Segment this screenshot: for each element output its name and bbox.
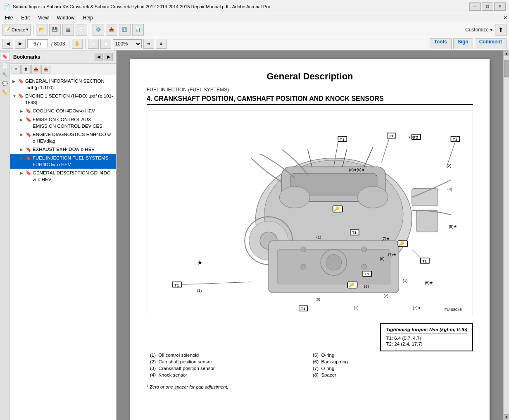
menu-file[interactable]: File: [2, 14, 16, 21]
app-icon: 📄: [3, 3, 10, 10]
sidebar-import-button[interactable]: 📥: [31, 65, 40, 74]
svg-text:(6): (6): [380, 256, 385, 261]
pages-panel-icon[interactable]: 📄: [1, 61, 9, 69]
svg-text:(6): (6): [316, 297, 321, 301]
minimize-button[interactable]: —: [469, 2, 481, 11]
menu-edit[interactable]: Edit: [18, 14, 33, 21]
part-name-1: Oil control solenoid: [158, 353, 199, 358]
zoom-select[interactable]: 100% 75% 125% 150%: [113, 39, 142, 48]
sidebar-export-button[interactable]: 📤: [41, 65, 50, 74]
part-num-8: (8): [313, 372, 319, 377]
email-icon: ✉️: [78, 27, 84, 32]
expander-emission: ▶: [20, 117, 25, 123]
part-name-3: Crankshaft position sensor: [158, 366, 214, 371]
expander-engine-diag: ▶: [20, 132, 25, 138]
hand-tool-button[interactable]: ✋: [72, 39, 83, 49]
svg-text:🔑: 🔑: [349, 282, 354, 288]
scroll-track: [504, 56, 509, 414]
customize-label[interactable]: Customize ▾: [465, 27, 492, 33]
svg-rect-12: [412, 189, 438, 206]
sign-button[interactable]: Sign: [453, 38, 473, 49]
menu-view[interactable]: View: [35, 14, 52, 21]
page-title: General Description: [147, 71, 473, 82]
bookmarks-panel-icon[interactable]: 🔖: [1, 52, 9, 60]
tree-item-general-desc[interactable]: ▶ 🔖 GENERAL DESCRIPTION GDH4DO w-o HEV: [10, 169, 116, 184]
print-button[interactable]: 🖨️: [62, 24, 74, 36]
svg-text:(8)★: (8)★: [349, 167, 357, 172]
scroll-up-button[interactable]: ▲: [504, 50, 509, 56]
fit-width-button[interactable]: ⬌: [143, 39, 154, 49]
zoom-in-button[interactable]: +: [100, 39, 111, 49]
comments-panel-icon[interactable]: 💬: [1, 79, 9, 88]
svg-point-70: [301, 247, 306, 252]
share-button[interactable]: 📤: [106, 24, 117, 36]
svg-text:(5)★: (5)★: [425, 280, 433, 285]
comment-button[interactable]: Comment: [475, 38, 507, 49]
print-icon: 🖨️: [65, 27, 71, 32]
tree-item-general-info[interactable]: ▶ 🔖 GENERAL INFORMATION SECTION .pdf (p.…: [10, 77, 116, 92]
menu-window[interactable]: Window: [54, 14, 78, 21]
table-row: (4) Knock sensor (8) Spacer: [147, 372, 472, 378]
svg-text:FU-08048: FU-08048: [445, 307, 462, 312]
svg-rect-13: [416, 210, 438, 232]
prev-page-button[interactable]: ◀: [2, 39, 13, 49]
svg-text:(2): (2): [384, 294, 389, 298]
download-button[interactable]: ⬇️: [119, 24, 131, 36]
diagram-container: T1 T1 T1 T1 T1 T1 T2: [147, 110, 473, 316]
document-area: General Description FUEL INJECTION (FUEL…: [117, 50, 503, 420]
tree-item-engine-diag[interactable]: ▶ 🔖 ENGINE DIAGNOSTICS ENH4DO w-o HEVdia…: [10, 130, 116, 145]
window-title: Subaru Impreza Subaru XV Crosstrek & Sub…: [13, 4, 469, 9]
table-row: (1) Oil control solenoid (5) O-ring: [147, 352, 472, 358]
tools-button[interactable]: Tools: [430, 38, 452, 49]
part-name-5: O-ring: [321, 353, 334, 358]
tree-item-emission[interactable]: ▶ 🔖 EMISSION CONTROL AUX EMISSION CONTRO…: [10, 115, 116, 130]
next-page-button[interactable]: ▶: [15, 39, 26, 49]
tree-label-exhaust: EXHAUST EXH4DOw-o HEV: [33, 146, 114, 153]
scroll-down-button[interactable]: ▼: [504, 414, 509, 420]
note-text: * Zero or one spacer for gap adjustment.: [147, 384, 473, 389]
share-icon: 📤: [109, 27, 114, 32]
create-button[interactable]: 📝 Create ▾: [2, 24, 31, 36]
tree-item-cooling[interactable]: ▶ 🔖 COOLING COH4DOw-o HEV: [10, 107, 116, 115]
scroll-thumb[interactable]: [504, 60, 509, 77]
close-button[interactable]: ✕: [494, 2, 506, 11]
torque-t2: T2: 24 (2.4, 17.7): [386, 341, 467, 346]
zoom-out-button[interactable]: −: [88, 39, 99, 49]
tree-item-exhaust[interactable]: ▶ 🔖 EXHAUST EXH4DOw-o HEV: [10, 145, 116, 153]
svg-text:🔑: 🔑: [399, 241, 404, 246]
sidebar-collapse-button[interactable]: ◀: [95, 53, 103, 61]
email-button[interactable]: ✉️: [76, 24, 87, 36]
tree-item-engine1[interactable]: ▼ 🔖 ENGINE 1 SECTION (H4DO) .pdf (p.101-…: [10, 92, 116, 107]
tools-panel-icon[interactable]: 🔧: [1, 70, 9, 79]
gear-icon: ⚙️: [95, 27, 101, 32]
tree-item-fuel-injection[interactable]: ▶ 🔖 FUEL INJECTION FUEL SYSTEMS FUH4DOw-…: [10, 154, 116, 169]
expand-button[interactable]: ⬆: [495, 24, 507, 36]
expander-engine1: ▼: [12, 93, 17, 99]
nav-bar: ◀ ▶ 677 / 8003 ✋ − + 100% 75% 125% 150% …: [0, 37, 509, 50]
export-button[interactable]: 📊: [132, 24, 144, 36]
menu-help[interactable]: Help: [80, 14, 97, 21]
maximize-button[interactable]: □: [482, 2, 493, 11]
save-button[interactable]: 💾: [49, 24, 61, 36]
tree-label-general-info: GENERAL INFORMATION SECTION .pdf (p.1-10…: [25, 78, 114, 91]
part-num-2: (2): [150, 359, 156, 364]
section-subtitle: FUEL INJECTION (FUEL SYSTEMS): [147, 87, 473, 93]
open-icon: 📂: [39, 27, 45, 32]
torque-t1: T1: 6.4 (0.7, 4.7): [386, 336, 467, 341]
part-num-5: (5): [313, 353, 319, 358]
part-name-4: Knock sensor: [158, 372, 187, 377]
svg-text:(1): (1): [354, 305, 359, 310]
export-icon: 📊: [135, 27, 141, 32]
sidebar-expand-button[interactable]: ▶: [105, 53, 113, 61]
fit-page-button[interactable]: ⬍: [156, 39, 166, 49]
download-icon: ⬇️: [122, 27, 128, 32]
svg-text:T1: T1: [453, 137, 457, 142]
signatures-panel-icon[interactable]: ✏️: [1, 88, 9, 97]
page-number-input[interactable]: 677: [27, 39, 48, 48]
settings-button[interactable]: ⚙️: [93, 24, 104, 36]
close-x-button[interactable]: ✕: [503, 15, 507, 21]
sidebar-delete-button[interactable]: 🗑: [21, 65, 31, 74]
sidebar-options-button[interactable]: ≡: [12, 65, 21, 74]
part-num-4: (4): [150, 372, 156, 377]
open-button[interactable]: 📂: [36, 24, 48, 36]
